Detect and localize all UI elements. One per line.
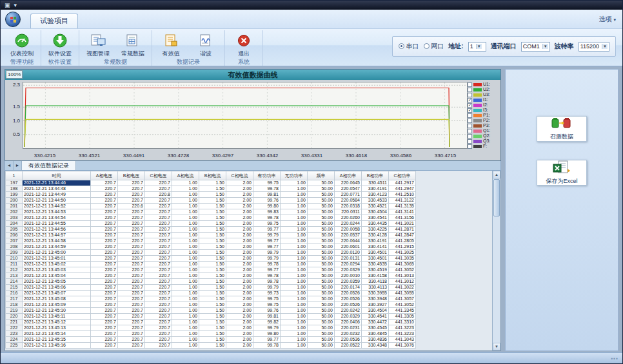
table-row[interactable]: 2212021-12-21 13:45:12220.7220.7220.71.0… xyxy=(6,320,416,325)
column-header[interactable]: 有功功率 xyxy=(253,171,281,180)
table-cell[interactable]: 220.7 xyxy=(118,285,145,291)
table-row[interactable]: 2192021-12-21 13:45:10220.7220.7220.71.0… xyxy=(6,308,416,314)
column-header[interactable]: A相电压 xyxy=(91,171,118,180)
table-cell[interactable]: 99.77 xyxy=(253,238,281,244)
table-cell[interactable]: 220.7 xyxy=(145,343,172,349)
table-cell[interactable]: 1.00 xyxy=(172,192,199,198)
table-cell[interactable]: 99.75 xyxy=(253,296,281,302)
table-cell[interactable]: 99.76 xyxy=(253,198,281,204)
table-cell[interactable]: 220.0120 xyxy=(335,250,362,256)
table-cell[interactable]: 99.79 xyxy=(253,325,281,331)
table-cell[interactable]: 220.7 xyxy=(118,320,145,325)
table-cell[interactable]: 1.50 xyxy=(199,302,226,308)
table-cell[interactable]: 1.00 xyxy=(281,337,308,343)
table-cell[interactable]: 330.4533 xyxy=(362,198,389,204)
table-cell[interactable]: 2021-12-21 13:45:10 xyxy=(23,308,91,314)
table-cell[interactable]: 220.0644 xyxy=(335,238,362,244)
table-cell[interactable]: 2021-12-21 13:45:03 xyxy=(23,267,91,273)
column-header[interactable]: C相功率 xyxy=(389,171,416,180)
table-cell[interactable]: 441.3065 xyxy=(389,262,416,267)
table-cell[interactable]: 2021-12-21 13:45:04 xyxy=(23,273,91,279)
table-cell[interactable]: 50.00 xyxy=(308,180,335,186)
table-cell[interactable]: 220.0526 xyxy=(335,291,362,296)
table-cell[interactable]: 220.7 xyxy=(118,279,145,285)
fetch-data-button[interactable]: 召测数据 xyxy=(537,116,587,142)
table-cell[interactable]: 220.0645 xyxy=(335,180,362,186)
table-cell[interactable]: 50.00 xyxy=(308,262,335,267)
table-cell[interactable]: 220.7 xyxy=(118,215,145,221)
table-cell[interactable]: 1.50 xyxy=(199,227,226,233)
table-cell[interactable]: 213 xyxy=(6,273,23,279)
table-cell[interactable]: 330.4519 xyxy=(362,267,389,273)
table-cell[interactable]: 225 xyxy=(6,343,23,349)
table-cell[interactable]: 1.00 xyxy=(281,262,308,267)
table-cell[interactable]: 1.00 xyxy=(281,267,308,273)
options-menu[interactable]: 选项 ▾ xyxy=(599,15,616,24)
table-cell[interactable]: 220.0010 xyxy=(335,273,362,279)
table-cell[interactable]: 220.7 xyxy=(118,262,145,267)
table-cell[interactable]: 330.4435 xyxy=(362,221,389,227)
table-cell[interactable]: 2.00 xyxy=(226,279,253,285)
table-cell[interactable]: 1.00 xyxy=(172,221,199,227)
table-cell[interactable]: 2021-12-21 13:44:59 xyxy=(23,244,91,250)
table-cell[interactable]: 220.7 xyxy=(91,279,118,285)
table-cell[interactable]: 99.77 xyxy=(253,267,281,273)
table-cell[interactable]: 50.00 xyxy=(308,192,335,198)
table-cell[interactable]: 222 xyxy=(6,325,23,331)
table-cell[interactable]: 330.3927 xyxy=(362,302,389,308)
table-cell[interactable]: 220.7 xyxy=(118,221,145,227)
column-header[interactable]: 频率 xyxy=(308,171,335,180)
table-cell[interactable]: 220.0232 xyxy=(335,331,362,337)
table-cell[interactable]: 441.3223 xyxy=(389,325,416,331)
table-cell[interactable]: 219 xyxy=(6,308,23,314)
table-cell[interactable]: 220.0329 xyxy=(335,314,362,320)
table-cell[interactable]: 220.0174 xyxy=(335,285,362,291)
table-cell[interactable]: 441.3043 xyxy=(389,337,416,343)
table-cell[interactable]: 1.00 xyxy=(281,180,308,186)
table-cell[interactable]: 2021-12-21 13:45:12 xyxy=(23,320,91,325)
table-cell[interactable]: 441.3022 xyxy=(389,285,416,291)
table-cell[interactable]: 330.4545 xyxy=(362,325,389,331)
table-cell[interactable]: 99.77 xyxy=(253,244,281,250)
table-cell[interactable]: 441.2871 xyxy=(389,227,416,233)
table-row[interactable]: 2252021-12-21 13:45:16220.7220.7220.71.0… xyxy=(6,343,416,349)
table-row[interactable]: 2242021-12-21 13:45:15220.7220.7220.71.0… xyxy=(6,337,416,343)
table-cell[interactable]: 220.0536 xyxy=(335,337,362,343)
table-cell[interactable]: 220.7 xyxy=(118,325,145,331)
column-header[interactable]: B相电压 xyxy=(118,171,145,180)
table-cell[interactable]: 330.4191 xyxy=(362,238,389,244)
table-cell[interactable]: 441.3076 xyxy=(389,343,416,349)
table-cell[interactable]: 1.00 xyxy=(172,279,199,285)
table-cell[interactable]: 220.7 xyxy=(91,244,118,250)
table-cell[interactable]: 50.00 xyxy=(308,285,335,291)
table-cell[interactable]: 197 xyxy=(6,180,23,186)
table-cell[interactable]: 1.00 xyxy=(281,256,308,262)
table-row[interactable]: 2182021-12-21 13:45:09220.7220.7220.71.0… xyxy=(6,302,416,308)
table-cell[interactable]: 199 xyxy=(6,192,23,198)
table-cell[interactable]: 1.50 xyxy=(199,325,226,331)
table-cell[interactable]: 50.00 xyxy=(308,308,335,314)
table-cell[interactable]: 2.00 xyxy=(226,331,253,337)
table-cell[interactable]: 441.3156 xyxy=(389,215,416,221)
table-cell[interactable]: 220.7 xyxy=(118,314,145,320)
table-cell[interactable]: 220.7 xyxy=(118,186,145,192)
table-cell[interactable]: 99.80 xyxy=(253,204,281,209)
table-cell[interactable]: 1.00 xyxy=(281,215,308,221)
table-cell[interactable]: 208 xyxy=(6,244,23,250)
table-cell[interactable]: 99.75 xyxy=(253,180,281,186)
table-cell[interactable]: 99.81 xyxy=(253,314,281,320)
table-cell[interactable]: 99.80 xyxy=(253,331,281,337)
table-cell[interactable]: 2021-12-21 13:45:14 xyxy=(23,331,91,337)
table-row[interactable]: 2202021-12-21 13:45:11220.7220.7220.71.0… xyxy=(6,314,416,320)
table-cell[interactable]: 1.00 xyxy=(281,343,308,349)
table-cell[interactable]: 220.7 xyxy=(145,215,172,221)
table-cell[interactable]: 220.7 xyxy=(118,209,145,215)
table-cell[interactable]: 330.4191 xyxy=(362,186,389,192)
table-cell[interactable]: 1.00 xyxy=(172,209,199,215)
table-cell[interactable]: 206 xyxy=(6,233,23,238)
table-cell[interactable]: 2.00 xyxy=(226,337,253,343)
table-cell[interactable]: 50.00 xyxy=(308,250,335,256)
table-cell[interactable]: 1.00 xyxy=(281,320,308,325)
table-cell[interactable]: 1.00 xyxy=(172,250,199,256)
table-cell[interactable]: 330.4501 xyxy=(362,256,389,262)
